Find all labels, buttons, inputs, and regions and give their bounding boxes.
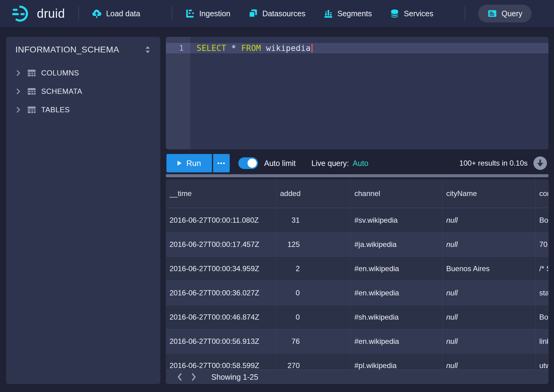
run-bar: Run ••• Auto limit Live query: Auto 100+… <box>166 154 548 172</box>
cell-cityname[interactable]: Buenos Aires <box>443 257 536 281</box>
chevron-right-icon <box>15 69 22 77</box>
download-results-button[interactable] <box>533 156 547 170</box>
sql-keyword: FROM <box>241 44 261 53</box>
nav-item-datasources[interactable]: Datasources <box>248 9 305 18</box>
cell-added[interactable]: 2 <box>276 257 351 281</box>
sql-editor-panel: 1 SELECT * FROM wikipedia <box>166 37 548 149</box>
nav-item-segments[interactable]: Segments <box>323 9 372 18</box>
auto-limit-label: Auto limit <box>264 154 296 172</box>
table-row: 2016-06-27T00:00:46.874Z 0 #sh.wikipedia… <box>166 305 548 329</box>
double-caret-vertical-icon[interactable] <box>143 45 152 54</box>
cell-time[interactable]: 2016-06-27T00:00:17.457Z <box>166 233 276 256</box>
tree-item-label: SCHEMATA <box>41 87 82 96</box>
table-row: 2016-06-27T00:00:56.913Z 76 #en.wikipedi… <box>166 329 548 353</box>
top-navbar: druid Load data Ingestion <box>0 0 554 27</box>
column-header-comment[interactable]: comment <box>536 179 548 208</box>
cell-cityname[interactable]: null <box>443 281 536 305</box>
cell-channel[interactable]: #en.wikipedia <box>351 329 443 353</box>
result-summary: 100+ results in 0.10s <box>459 159 528 167</box>
results-panel: __time added channel cityName comment 20… <box>166 179 548 384</box>
query-console-icon <box>487 9 497 18</box>
nav-item-load-data[interactable]: Load data <box>92 9 140 18</box>
sql-code-area[interactable]: SELECT * FROM wikipedia <box>190 37 548 149</box>
live-query-label: Live query: <box>311 159 349 168</box>
table-row: 2016-06-27T00:00:17.457Z 125 #ja.wikiped… <box>166 232 548 256</box>
brand-name: druid <box>37 7 65 21</box>
table-row: 2016-06-27T00:00:11.080Z 31 #sv.wikipedi… <box>166 208 548 232</box>
sql-active-line: SELECT * FROM wikipedia <box>190 43 548 53</box>
nav-item-label: Segments <box>337 9 372 18</box>
cell-cityname[interactable]: null <box>443 305 536 329</box>
cell-channel[interactable]: #sv.wikipedia <box>351 208 443 232</box>
tree-item-label: COLUMNS <box>41 69 79 77</box>
cell-comment[interactable]: Bot <box>536 305 548 329</box>
cell-comment[interactable]: /* S <box>536 257 548 281</box>
cell-time[interactable]: 2016-06-27T00:00:56.913Z <box>166 329 276 353</box>
cell-added[interactable]: 31 <box>276 208 351 232</box>
nav-item-query-active[interactable]: Query <box>478 5 532 22</box>
cell-time[interactable]: 2016-06-27T00:00:11.080Z <box>166 208 276 232</box>
nav-divider <box>465 6 465 21</box>
schema-selector[interactable]: INFORMATION_SCHEMA <box>6 37 160 59</box>
toggle-knob <box>248 159 257 168</box>
cell-added[interactable]: 76 <box>276 329 351 353</box>
cell-channel[interactable]: #en.wikipedia <box>351 257 443 281</box>
nav-item-label: Ingestion <box>199 9 230 18</box>
schema-title: INFORMATION_SCHEMA <box>15 45 119 55</box>
sql-keyword: SELECT <box>197 44 226 53</box>
schema-tree: COLUMNS SCHEMATA <box>6 59 160 119</box>
editor-gutter: 1 <box>166 37 190 149</box>
column-header-added[interactable]: added <box>276 179 351 208</box>
showing-range-label: Showing 1-25 <box>211 373 258 382</box>
run-button[interactable]: Run <box>166 154 212 172</box>
chevron-right-icon <box>15 88 22 95</box>
text-caret <box>311 44 313 52</box>
column-header-channel[interactable]: channel <box>351 179 443 208</box>
cell-cityname[interactable]: null <box>443 208 536 232</box>
cell-channel[interactable]: #en.wikipedia <box>351 281 443 305</box>
cell-comment[interactable]: sta <box>536 281 548 305</box>
table-row: 2016-06-27T00:00:34.959Z 2 #en.wikipedia… <box>166 256 548 281</box>
results-meta: 100+ results in 0.10s <box>459 154 547 172</box>
line-number: 1 <box>166 43 190 53</box>
auto-limit-toggle[interactable] <box>238 157 258 169</box>
cell-cityname[interactable]: null <box>443 233 536 256</box>
cloud-upload-icon <box>92 9 102 18</box>
cell-channel[interactable]: #sh.wikipedia <box>351 305 443 329</box>
cell-comment[interactable]: Bot <box>536 208 548 232</box>
tree-item-schemata[interactable]: SCHEMATA <box>6 82 160 101</box>
druid-logo[interactable]: druid <box>12 5 65 22</box>
panel-resizer-handle[interactable] <box>166 174 548 177</box>
nav-item-label: Load data <box>106 9 140 18</box>
column-header-cityname[interactable]: cityName <box>443 179 536 208</box>
nav-divider <box>78 6 79 21</box>
table-grid-icon <box>27 105 37 115</box>
druid-logo-icon <box>12 5 33 22</box>
column-header-time[interactable]: __time <box>166 179 276 208</box>
cell-time[interactable]: 2016-06-27T00:00:36.027Z <box>166 281 276 305</box>
cell-channel[interactable]: #ja.wikipedia <box>351 233 443 256</box>
nav-divider <box>172 6 172 21</box>
previous-page-button[interactable] <box>173 370 187 384</box>
more-options-button[interactable]: ••• <box>213 154 230 172</box>
nav-item-label: Query <box>501 9 522 18</box>
tree-item-tables[interactable]: TABLES <box>6 101 160 119</box>
next-page-button[interactable] <box>187 370 201 384</box>
cell-comment[interactable]: link <box>536 329 548 353</box>
cell-added[interactable]: 125 <box>276 233 351 256</box>
live-query-control: Live query: Auto <box>311 154 369 172</box>
ingestion-icon <box>185 9 195 18</box>
cell-time[interactable]: 2016-06-27T00:00:34.959Z <box>166 257 276 281</box>
cell-cityname[interactable]: null <box>443 329 536 353</box>
live-query-value[interactable]: Auto <box>353 159 368 168</box>
cell-comment[interactable]: 70. <box>536 233 548 256</box>
nav-item-services[interactable]: Services <box>390 9 433 18</box>
table-grid-icon <box>27 68 37 78</box>
cell-added[interactable]: 0 <box>276 281 351 305</box>
results-pagination-footer: Showing 1-25 <box>166 370 548 384</box>
cell-added[interactable]: 0 <box>276 305 351 329</box>
nav-item-label: Datasources <box>262 9 305 18</box>
cell-time[interactable]: 2016-06-27T00:00:46.874Z <box>166 305 276 329</box>
tree-item-columns[interactable]: COLUMNS <box>6 64 160 82</box>
nav-item-ingestion[interactable]: Ingestion <box>185 9 230 18</box>
